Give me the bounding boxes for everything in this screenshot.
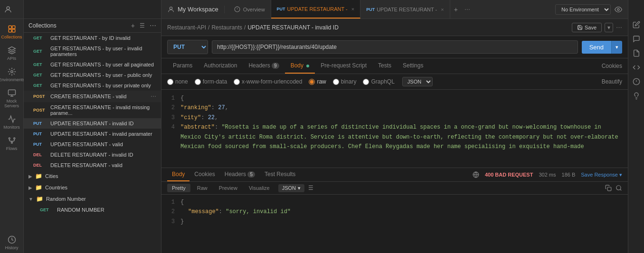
code-content: "ranking": 27, <box>180 103 228 112</box>
collection-item[interactable]: GET GET RESTAURANTS - by user all pagina… <box>24 59 161 70</box>
collections-more-icon[interactable]: ⋯ <box>150 22 156 29</box>
method-select[interactable]: PUT GET POST DELETE <box>167 40 208 54</box>
cookies-link[interactable]: Cookies <box>602 63 622 69</box>
radio-graphql[interactable] <box>363 79 369 85</box>
tab-active[interactable]: PUT UPDATE RESTAURANT - × <box>271 0 361 19</box>
method-badge-put: PUT <box>33 121 47 126</box>
opt-urlencoded[interactable]: x-www-form-urlencoded <box>234 78 302 85</box>
resp-format-visualize[interactable]: Visualize <box>244 184 275 192</box>
message-icon[interactable] <box>633 35 640 43</box>
collection-item-active[interactable]: PUT UPDATE RESTAURANT - invalid ID <box>24 118 161 129</box>
sidebar-item-history[interactable]: History <box>0 233 23 253</box>
beautify-btn[interactable]: Beautify <box>602 78 622 85</box>
resp-format-raw[interactable]: Raw <box>192 184 212 192</box>
opt-none[interactable]: none <box>167 78 188 85</box>
search-icon[interactable] <box>616 185 622 191</box>
radio-none[interactable] <box>167 79 173 85</box>
bulb-icon[interactable] <box>633 92 640 100</box>
resp-tab-headers[interactable]: Headers 5 <box>220 168 260 181</box>
tab-headers[interactable]: Headers 9 <box>243 58 284 74</box>
radio-urlencoded[interactable] <box>234 79 240 85</box>
tab-body[interactable]: Body <box>285 58 315 74</box>
save-dropdown-btn[interactable]: ▾ <box>605 23 613 32</box>
opt-raw[interactable]: raw <box>309 78 326 85</box>
item-more-icon[interactable]: ⋯ <box>151 93 156 100</box>
send-dropdown-btn[interactable]: ▾ <box>611 41 622 54</box>
radio-form-data[interactable] <box>195 79 201 85</box>
resp-format-pretty[interactable]: Pretty <box>167 184 190 192</box>
collection-item[interactable]: GET RANDOM NUMBER <box>24 205 161 215</box>
file-icon[interactable] <box>633 49 640 57</box>
opt-form-data[interactable]: form-data <box>195 78 227 85</box>
collection-item[interactable]: PUT UPDATE RESTAURANT - valid <box>24 139 161 150</box>
radio-binary[interactable] <box>333 79 339 85</box>
editor-response-container: 1 { 2 "ranking": 27, 3 "city": 22, 4 "ab… <box>161 90 628 253</box>
save-btn[interactable]: Save <box>572 23 602 32</box>
tab-params[interactable]: Params <box>167 58 198 74</box>
send-btn[interactable]: Send <box>582 41 611 54</box>
collection-item[interactable]: DEL DELETE RESTAURANT - invalid ID <box>24 150 161 160</box>
tab-settings[interactable]: Settings <box>397 58 429 74</box>
collection-item[interactable]: GET GET RESTAURANT - by ID invalid <box>24 33 161 43</box>
close-tab-icon[interactable]: × <box>351 6 354 12</box>
tab-overview[interactable]: Overview <box>228 0 271 19</box>
folder-cities[interactable]: ▶ 📁 Cities <box>24 170 161 182</box>
collection-item[interactable]: GET GET RESTAURANTS - by user private on… <box>24 80 161 91</box>
method-badge-get: GET <box>33 36 47 40</box>
close-tab-icon[interactable]: × <box>441 7 444 12</box>
save-response-btn[interactable]: Save Response ▾ <box>581 172 622 178</box>
monitors-icon <box>8 115 16 123</box>
avatar-icon <box>167 6 175 13</box>
filter-icon[interactable]: ☰ <box>140 22 145 29</box>
apis-label: APIs <box>7 56 16 61</box>
sidebar-item-collections[interactable]: Collections <box>2 22 21 42</box>
add-collection-btn[interactable]: + <box>131 22 135 29</box>
folder-random-number[interactable]: ▼ 📁 Random Number <box>24 193 161 205</box>
code-line-3: 3 "city": 22, <box>161 113 628 122</box>
no-env-select[interactable]: No Environment <box>555 4 611 15</box>
method-badge-get: GET <box>40 207 54 212</box>
line-num: 2 <box>167 207 175 216</box>
method-badge-put: PUT <box>33 131 47 136</box>
sidebar-item-flows[interactable]: Flows <box>2 133 21 154</box>
collection-item[interactable]: GET GET RESTAURANTS - by user - invalid … <box>24 43 161 59</box>
resp-tab-test-results[interactable]: Test Results <box>260 168 300 181</box>
url-input[interactable] <box>212 40 578 54</box>
collection-item[interactable]: GET GET RESTAURANTS - by user - public o… <box>24 70 161 80</box>
add-tab-btn[interactable]: + <box>450 0 462 19</box>
breadcrumb-more-icon[interactable]: ⋯ <box>616 24 622 31</box>
resp-tab-cookies[interactable]: Cookies <box>189 168 219 181</box>
resp-format-preview[interactable]: Preview <box>214 184 242 192</box>
sidebar-item-monitors[interactable]: Monitors <box>2 112 21 132</box>
tab-tests[interactable]: Tests <box>372 58 397 74</box>
collection-item[interactable]: POST CREATE RESTAURANTE - valid ⋯ <box>24 91 161 102</box>
format-list-icon[interactable]: ☰ <box>308 185 313 191</box>
workspace-area[interactable] <box>0 0 23 19</box>
pencil-icon[interactable] <box>633 21 640 28</box>
json-format-select[interactable]: JSON <box>402 77 433 86</box>
tab-prerequest[interactable]: Pre-request Script <box>315 58 372 74</box>
tab-second[interactable]: PUT UPDATE RESTAURANT - × <box>360 0 450 19</box>
collection-item[interactable]: PUT UPDATE RESTAURANT - invalid paramate… <box>24 129 161 139</box>
tab-authorization[interactable]: Authorization <box>198 58 243 74</box>
code-icon[interactable] <box>633 64 640 71</box>
mock-servers-label: Mock Servers <box>3 99 20 108</box>
collection-item[interactable]: POST CREATE RESTAURANTE - invalid missin… <box>24 102 161 118</box>
folder-countries[interactable]: ▶ 📁 Countries <box>24 182 161 193</box>
opt-binary[interactable]: binary <box>333 78 357 85</box>
resp-json-select[interactable]: JSON ▾ <box>278 184 304 192</box>
collection-item[interactable]: DEL DELETE RESTAURANT - valid <box>24 160 161 170</box>
code-editor[interactable]: 1 { 2 "ranking": 27, 3 "city": 22, 4 "ab… <box>161 90 628 168</box>
sidebar-item-apis[interactable]: APIs <box>2 43 21 64</box>
eye-icon[interactable] <box>615 6 622 13</box>
tabs-more-icon[interactable]: ⋯ <box>462 0 473 19</box>
resp-tab-body[interactable]: Body <box>167 168 189 181</box>
sidebar-item-environments[interactable]: Environments <box>2 65 21 85</box>
sidebar-item-mock-servers[interactable]: Mock Servers <box>2 86 21 111</box>
resp-code-editor: 1 { 2 "message": "sorry, invalid id" 3 } <box>161 195 628 253</box>
info-icon[interactable] <box>633 78 640 85</box>
copy-icon[interactable] <box>605 185 612 191</box>
method-badge-get: GET <box>33 73 47 77</box>
opt-graphql[interactable]: GraphQL <box>363 78 394 85</box>
radio-raw[interactable] <box>309 79 315 85</box>
